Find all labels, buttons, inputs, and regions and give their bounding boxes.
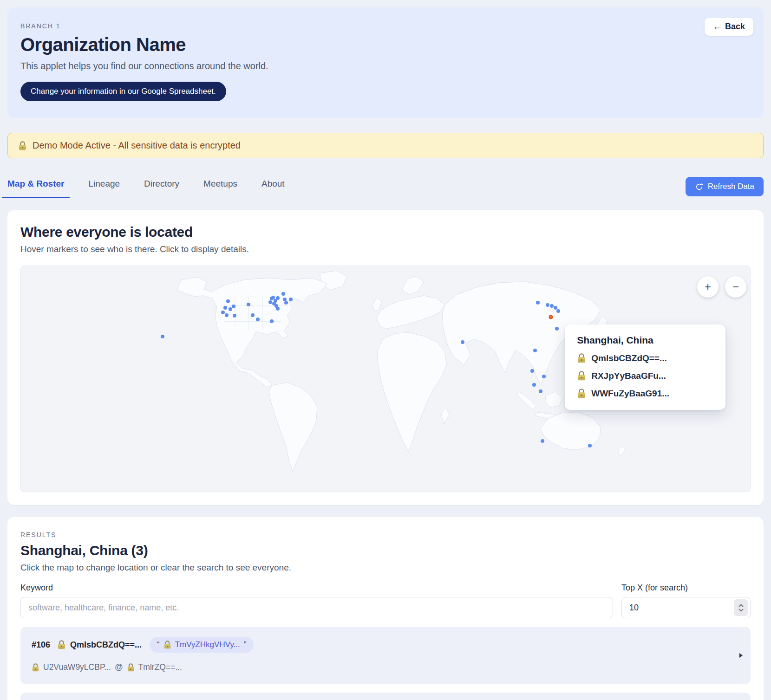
quote-text: TmVyZHkgVHVy... <box>175 640 240 649</box>
topx-label: Top X (for search) <box>621 583 751 593</box>
result-row[interactable] <box>20 693 751 700</box>
result-rank: #106 <box>32 640 53 650</box>
map-marker[interactable] <box>225 313 229 317</box>
refresh-label: Refresh Data <box>708 182 754 191</box>
page-subtitle: This applet helps you find our connectio… <box>20 61 751 71</box>
lock-icon <box>32 663 39 672</box>
map-marker[interactable] <box>541 439 544 443</box>
map-card: Where everyone is located Hover markers … <box>7 210 764 505</box>
lock-icon <box>127 663 135 672</box>
chevron-up-icon <box>738 604 744 607</box>
demo-mode-banner: Demo Mode Active - All sensitive data is… <box>7 133 764 158</box>
result-name: QmlsbCBZdQ==... <box>70 640 142 650</box>
map-marker[interactable] <box>550 304 554 308</box>
map-marker[interactable] <box>539 389 542 393</box>
map-marker[interactable] <box>274 304 278 308</box>
lock-icon <box>163 640 171 649</box>
refresh-data-button[interactable]: Refresh Data <box>686 177 764 196</box>
tab-directory[interactable]: Directory <box>144 176 179 198</box>
search-filters: Keyword Top X (for search) <box>20 583 751 618</box>
tooltip-person: QmlsbCBZdQ==... <box>577 353 713 363</box>
keyword-label: Keyword <box>20 583 613 593</box>
refresh-icon <box>695 182 704 191</box>
map-marker[interactable] <box>588 444 592 447</box>
map-marker[interactable] <box>232 305 235 308</box>
map-marker[interactable] <box>221 311 225 314</box>
lock-icon <box>577 388 586 399</box>
map-marker[interactable] <box>233 314 236 318</box>
tooltip-person: WWFuZyBaaG91... <box>577 388 713 399</box>
map-title: Where everyone is located <box>20 224 751 240</box>
tab-map-roster[interactable]: Map & Roster <box>7 176 64 198</box>
map-marker[interactable] <box>223 306 227 310</box>
back-button[interactable]: ← Back <box>705 18 753 36</box>
map-marker[interactable] <box>251 313 255 317</box>
result-row[interactable]: #106 QmlsbCBZdQ==... “ TmVyZHkgVHVy... ”… <box>20 627 751 684</box>
page-title: Organization Name <box>20 34 751 55</box>
tab-about[interactable]: About <box>261 176 285 198</box>
tab-bar: Map & Roster Lineage Directory Meetups A… <box>7 176 764 198</box>
banner-text: Demo Mode Active - All sensitive data is… <box>33 140 241 151</box>
result-role: U2VuaW9yLCBP... <box>43 662 111 672</box>
map-marker[interactable] <box>532 383 536 387</box>
map-marker[interactable] <box>284 301 288 305</box>
lock-icon <box>577 370 586 381</box>
tab-lineage[interactable]: Lineage <box>88 176 120 198</box>
tooltip-city: Shanghai, China <box>577 335 713 346</box>
back-label: Back <box>725 22 745 32</box>
topx-input[interactable] <box>621 597 751 618</box>
map-marker[interactable] <box>268 300 272 304</box>
map-subtitle: Hover markers to see who is there. Click… <box>20 244 751 254</box>
tab-meetups[interactable]: Meetups <box>203 176 237 198</box>
header-card: ← Back BRANCH 1 Organization Name This a… <box>7 7 764 118</box>
results-eyebrow: RESULTS <box>20 531 751 538</box>
map-marker[interactable] <box>289 298 293 301</box>
spreadsheet-button[interactable]: Change your information in our Google Sp… <box>20 82 226 101</box>
back-arrow-icon: ← <box>713 22 721 32</box>
map-marker[interactable] <box>530 369 534 373</box>
page: ← Back BRANCH 1 Organization Name This a… <box>0 0 771 700</box>
map-marker[interactable] <box>256 318 260 321</box>
map-marker[interactable] <box>533 349 537 352</box>
map-marker[interactable] <box>546 303 549 307</box>
map-marker[interactable] <box>229 307 232 311</box>
results-title: Shanghai, China (3) <box>20 543 751 558</box>
result-company: TmlrZQ==... <box>138 662 182 672</box>
world-map[interactable]: + − Shanghai, China QmlsbCBZdQ==... RXJp… <box>20 266 751 492</box>
tooltip-person: RXJpYyBaaGFu... <box>577 370 713 381</box>
number-stepper[interactable] <box>734 599 748 616</box>
at-separator: @ <box>115 662 123 672</box>
close-quote: ” <box>244 640 247 649</box>
map-marker[interactable] <box>555 327 559 331</box>
lock-icon <box>57 640 66 650</box>
chevron-down-icon <box>738 609 744 612</box>
map-marker[interactable] <box>556 309 560 313</box>
lock-icon <box>577 353 586 363</box>
map-marker[interactable] <box>554 306 557 310</box>
results-subtitle: Click the map to change location or clea… <box>20 563 751 573</box>
map-marker[interactable] <box>536 301 540 305</box>
lock-icon <box>18 141 27 151</box>
map-marker[interactable] <box>542 375 546 378</box>
results-card: RESULTS Shanghai, China (3) Click the ma… <box>7 517 764 700</box>
map-marker[interactable] <box>281 292 285 296</box>
quote-badge: “ TmVyZHkgVHVy... ” <box>150 637 254 653</box>
expand-arrow-icon[interactable] <box>739 653 743 658</box>
map-marker[interactable] <box>461 340 464 344</box>
map-marker[interactable] <box>270 319 274 323</box>
keyword-input[interactable] <box>20 597 613 618</box>
branch-label: BRANCH 1 <box>20 22 751 30</box>
map-marker[interactable] <box>161 335 164 338</box>
zoom-in-button[interactable]: + <box>697 276 719 298</box>
map-marker[interactable] <box>276 296 280 300</box>
map-marker-selected[interactable] <box>549 315 553 319</box>
zoom-out-button[interactable]: − <box>725 276 746 298</box>
map-marker[interactable] <box>226 299 230 303</box>
map-marker[interactable] <box>247 303 250 306</box>
map-tooltip: Shanghai, China QmlsbCBZdQ==... RXJpYyBa… <box>565 324 725 410</box>
open-quote: “ <box>157 640 160 649</box>
